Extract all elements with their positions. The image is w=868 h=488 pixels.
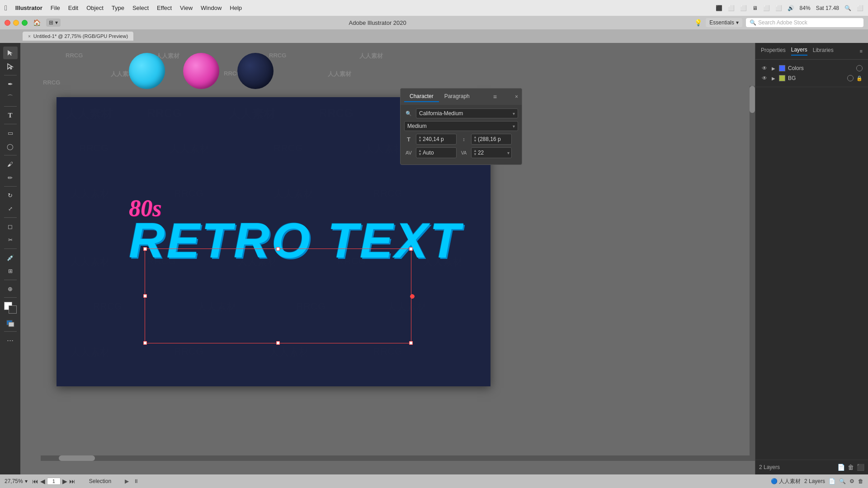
document-tab[interactable]: × Untitled-1* @ 27,75% (RGB/GPU Preview)	[23, 32, 133, 41]
status-settings-icon[interactable]: ⚙	[849, 478, 854, 484]
tab-close-button[interactable]: ×	[28, 34, 31, 39]
menu-edit[interactable]: Edit	[68, 5, 78, 11]
line-height-down-arrow[interactable]: ▼	[473, 139, 477, 143]
rectangle-tool[interactable]: ▭	[3, 127, 18, 139]
status-search-icon[interactable]: 🔍	[839, 478, 846, 484]
selection-handle-middle-left[interactable]	[143, 294, 147, 298]
tab-libraries[interactable]: Libraries	[813, 47, 834, 55]
page-number-input[interactable]: 1	[47, 478, 61, 485]
menu-view[interactable]: View	[180, 5, 193, 11]
panel-close-button[interactable]: ×	[515, 94, 518, 100]
pencil-tool[interactable]: ✏	[3, 171, 18, 184]
font-size-down-arrow[interactable]: ▼	[418, 139, 422, 143]
scale-tool[interactable]: ⤢	[3, 202, 18, 215]
panel-menu-icon[interactable]: ≡	[493, 93, 497, 100]
text-tool[interactable]: T	[3, 109, 18, 122]
kerning-arrows[interactable]: ▲ ▼	[473, 149, 477, 156]
toolbar-separator-6	[4, 217, 17, 218]
menu-illustrator[interactable]: Illustrator	[15, 5, 42, 11]
tracking-down-arrow[interactable]: ▼	[418, 153, 422, 156]
zoom-control[interactable]: 27,75% ▾	[5, 478, 28, 484]
status-add-icon[interactable]: 📄	[829, 478, 835, 484]
layer-colors-expand-icon[interactable]: ▶	[771, 66, 776, 71]
status-play-icon[interactable]: ▶	[125, 478, 129, 484]
layer-bg-lock-icon[interactable]: 🔒	[856, 75, 863, 81]
more-tools-button[interactable]: ···	[7, 336, 14, 345]
font-size-arrows[interactable]: ▲ ▼	[418, 136, 422, 143]
workspace-switcher[interactable]: ⊞ ▾	[46, 19, 61, 27]
ellipse-tool[interactable]: ◯	[3, 140, 18, 153]
layer-bg-expand-icon[interactable]: ▶	[771, 76, 776, 81]
measure-tool[interactable]: ⊞	[3, 265, 18, 277]
layer-colors[interactable]: 👁 ▶ Colors	[757, 63, 866, 73]
canvas-area[interactable]: RRCG 人人素材 RRCG 人人素材 人人素材 RRCG 人人素材 RRCG …	[20, 43, 868, 474]
home-icon[interactable]: 🏠	[33, 19, 41, 26]
menu-effect[interactable]: Effect	[157, 5, 172, 11]
font-name-input[interactable]: California-Medium ▾	[416, 108, 518, 118]
layer-colors-visibility-icon[interactable]: 👁	[761, 65, 768, 71]
tab-layers[interactable]: Layers	[791, 47, 807, 56]
lightbulb-icon[interactable]: 💡	[694, 19, 702, 26]
tab-character[interactable]: Character	[404, 91, 439, 102]
curvature-tool[interactable]: ⌒	[3, 91, 18, 104]
color-swatches[interactable]	[4, 302, 17, 314]
vertical-scrollbar[interactable]	[750, 86, 755, 461]
layer-options-icon[interactable]: ⬛	[857, 464, 864, 471]
vertical-scrollbar-thumb[interactable]	[750, 86, 755, 113]
selection-handle-bottom-middle[interactable]	[276, 341, 280, 345]
tracking-input[interactable]: ▲ ▼ Auto	[416, 147, 457, 158]
paintbrush-tool[interactable]: 🖌	[3, 158, 18, 170]
direct-selection-tool[interactable]	[3, 60, 18, 73]
apple-menu[interactable]: 	[5, 4, 7, 12]
layer-bg-visibility-icon[interactable]: 👁	[761, 75, 768, 81]
menu-file[interactable]: File	[51, 5, 60, 11]
menu-select[interactable]: Select	[132, 5, 149, 11]
fullscreen-window-button[interactable]	[22, 20, 28, 26]
search-adobe-stock[interactable]: 🔍 Search Adobe Stock	[746, 18, 863, 27]
selection-handle-middle-right[interactable]	[410, 294, 415, 299]
swap-colors-icon[interactable]	[3, 316, 18, 329]
add-layer-icon[interactable]: 📄	[837, 464, 845, 471]
pen-tool[interactable]: ✒	[3, 78, 18, 90]
rotate-tool[interactable]: ↻	[3, 189, 18, 202]
menu-help[interactable]: Help	[230, 5, 242, 11]
search-icon[interactable]: 🔍	[844, 5, 851, 11]
status-trash-icon[interactable]: 🗑	[858, 478, 863, 484]
line-height-arrows[interactable]: ▲ ▼	[473, 136, 477, 143]
menu-window[interactable]: Window	[201, 5, 222, 11]
selection-handle-bottom-right[interactable]	[409, 341, 413, 345]
kerning-down-arrow[interactable]: ▼	[473, 153, 477, 156]
minimize-window-button[interactable]	[13, 20, 19, 26]
zoom-tool[interactable]: ⊕	[3, 282, 18, 295]
font-style-input[interactable]: Medium ▾	[404, 121, 518, 131]
selection-tool[interactable]	[3, 47, 18, 59]
eraser-tool[interactable]: ◻	[3, 220, 18, 233]
font-size-input[interactable]: ▲ ▼ 240,14 p	[416, 134, 457, 145]
tab-paragraph[interactable]: Paragraph	[439, 91, 475, 102]
next-page-button[interactable]: ▶	[62, 478, 67, 485]
scissors-tool[interactable]: ✂	[3, 234, 18, 246]
menu-type[interactable]: Type	[112, 5, 124, 11]
horizontal-scrollbar-thumb[interactable]	[59, 455, 95, 461]
selection-handle-bottom-left[interactable]	[143, 341, 147, 345]
eyedropper-tool[interactable]: 💉	[3, 251, 18, 264]
notifications-icon[interactable]: ⬜	[857, 5, 863, 11]
status-pause-icon[interactable]: ⏸	[133, 478, 139, 484]
line-height-input[interactable]: ▲ ▼ (288,16 p	[471, 134, 512, 145]
layer-bg-lock-circle[interactable]	[847, 75, 854, 81]
layer-colors-lock-circle[interactable]	[856, 65, 863, 71]
first-page-button[interactable]: ⏮	[32, 478, 38, 485]
menu-object[interactable]: Object	[86, 5, 104, 11]
tab-properties[interactable]: Properties	[761, 47, 786, 55]
last-page-button[interactable]: ⏭	[69, 478, 75, 485]
delete-layer-icon[interactable]: 🗑	[848, 464, 854, 471]
kerning-input[interactable]: ▲ ▼ 22 ▾	[471, 147, 512, 158]
background-color[interactable]	[9, 305, 17, 314]
essentials-button[interactable]: Essentials ▾	[706, 18, 742, 27]
horizontal-scrollbar[interactable]	[41, 455, 750, 461]
tracking-arrows[interactable]: ▲ ▼	[418, 149, 422, 156]
close-window-button[interactable]	[5, 20, 10, 26]
layer-bg[interactable]: 👁 ▶ BG 🔒	[757, 73, 866, 83]
panel-expand-icon[interactable]: ≡	[860, 48, 863, 54]
prev-page-button[interactable]: ◀	[40, 478, 45, 485]
